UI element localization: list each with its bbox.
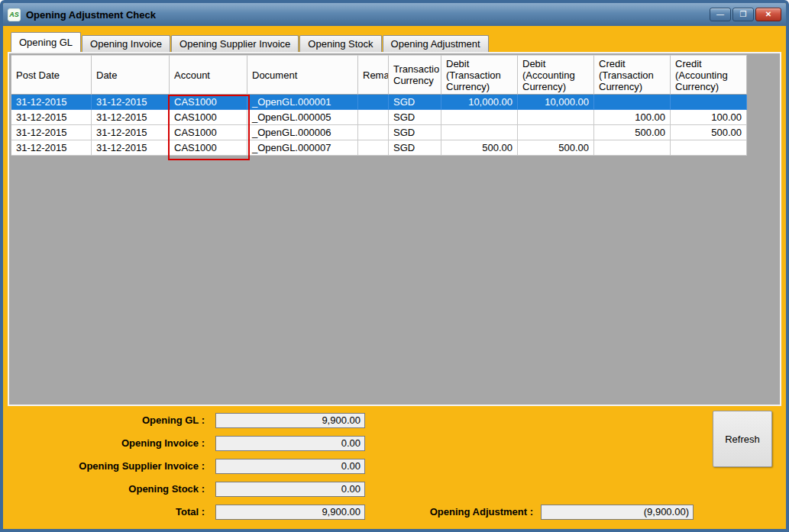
- table-cell: 31-12-2015: [11, 110, 92, 125]
- app-window: AS Opening Adjustment Check — ❐ ✕ Openin…: [0, 0, 789, 532]
- table-cell: [671, 140, 747, 156]
- titlebar[interactable]: AS Opening Adjustment Check — ❐ ✕: [3, 3, 786, 26]
- table-cell: 31-12-2015: [11, 140, 92, 156]
- summary-label: Opening Invoice :: [3, 436, 205, 451]
- column-header[interactable]: Debit (Accounting Currency): [518, 55, 594, 95]
- table-cell: [594, 140, 671, 156]
- table-cell: [518, 125, 594, 140]
- table-cell: 100.00: [594, 110, 671, 125]
- table-cell: SGD: [389, 125, 441, 140]
- summary-label: Total :: [3, 505, 205, 520]
- table-cell: 100.00: [671, 110, 747, 125]
- close-icon[interactable]: ✕: [755, 8, 781, 21]
- client-area: Opening GLOpening InvoiceOpening Supplie…: [3, 32, 786, 532]
- summary-field[interactable]: 0.00: [215, 482, 365, 497]
- window-controls: — ❐ ✕: [708, 8, 781, 21]
- table-cell: _OpenGL.000001: [247, 95, 358, 110]
- column-header[interactable]: Credit (Accounting Currency): [671, 55, 747, 95]
- summary-field[interactable]: 0.00: [215, 436, 365, 451]
- summary-section: Opening GL :9,900.00Opening Invoice :0.0…: [3, 406, 786, 527]
- tab-opening-gl[interactable]: Opening GL: [11, 32, 81, 52]
- column-header[interactable]: Post Date: [11, 55, 92, 95]
- table-row[interactable]: 31-12-201531-12-2015CAS1000_OpenGL.00000…: [11, 110, 747, 125]
- table-cell: CAS1000: [170, 125, 247, 140]
- app-logo-icon: AS: [8, 8, 21, 21]
- summary-label: Opening Supplier Invoice :: [3, 459, 205, 474]
- opening-adjustment-label: Opening Adjustment :: [331, 505, 533, 520]
- grid-body: 31-12-201531-12-2015CAS1000_OpenGL.00000…: [11, 95, 747, 156]
- table-cell: [594, 95, 671, 110]
- table-panel: Post DateDateAccountDocumentRemaTransact…: [8, 52, 781, 406]
- column-header[interactable]: Rema: [358, 55, 389, 95]
- table-cell: 500.00: [441, 140, 518, 156]
- table-cell: 31-12-2015: [11, 95, 92, 110]
- table-row[interactable]: 31-12-201531-12-2015CAS1000_OpenGL.00000…: [11, 125, 747, 140]
- column-header[interactable]: Account: [170, 55, 247, 95]
- table-cell: SGD: [389, 140, 441, 156]
- table-cell: [358, 110, 389, 125]
- table-cell: [358, 140, 389, 156]
- table-cell: 500.00: [518, 140, 594, 156]
- column-header[interactable]: Debit (Transaction Currency): [441, 55, 518, 95]
- data-grid: Post DateDateAccountDocumentRemaTransact…: [11, 55, 747, 156]
- summary-field[interactable]: 9,900.00: [215, 413, 365, 428]
- table-cell: 10,000.00: [441, 95, 518, 110]
- tab-opening-adjustment[interactable]: Opening Adjustment: [383, 35, 489, 52]
- column-header[interactable]: Credit (Transaction Currency): [594, 55, 671, 95]
- column-header[interactable]: Transactio Currency: [389, 55, 441, 95]
- summary-label: Opening GL :: [3, 413, 205, 428]
- table-cell: 500.00: [594, 125, 671, 140]
- opening-adjustment-field[interactable]: (9,900.00): [541, 505, 694, 520]
- summary-label: Opening Stock :: [3, 482, 205, 497]
- table-cell: 31-12-2015: [11, 125, 92, 140]
- table-cell: [358, 125, 389, 140]
- table-cell: CAS1000: [170, 140, 247, 156]
- tab-opening-supplier-invoice[interactable]: Opening Supplier Invoice: [171, 35, 299, 52]
- table-row[interactable]: 31-12-201531-12-2015CAS1000_OpenGL.00000…: [11, 140, 747, 156]
- maximize-icon[interactable]: ❐: [732, 8, 754, 21]
- window-title: Opening Adjustment Check: [26, 9, 156, 21]
- grid-header: Post DateDateAccountDocumentRemaTransact…: [11, 55, 747, 95]
- table-cell: [358, 95, 389, 110]
- table-cell: [441, 110, 518, 125]
- table-row[interactable]: 31-12-201531-12-2015CAS1000_OpenGL.00000…: [11, 95, 747, 110]
- tab-opening-stock[interactable]: Opening Stock: [299, 35, 381, 52]
- table-cell: _OpenGL.000006: [247, 125, 358, 140]
- refresh-button[interactable]: Refresh: [713, 411, 772, 467]
- table-cell: SGD: [389, 95, 441, 110]
- table-cell: 31-12-2015: [92, 140, 170, 156]
- table-cell: 500.00: [671, 125, 747, 140]
- table-cell: 31-12-2015: [92, 110, 170, 125]
- table-cell: [441, 125, 518, 140]
- table-cell: 10,000.00: [518, 95, 594, 110]
- minimize-icon[interactable]: —: [710, 8, 731, 21]
- column-header[interactable]: Date: [92, 55, 170, 95]
- table-cell: CAS1000: [170, 95, 247, 110]
- table-cell: CAS1000: [170, 110, 247, 125]
- table-cell: [518, 110, 594, 125]
- table-cell: [671, 95, 747, 110]
- summary-field[interactable]: 0.00: [215, 459, 365, 474]
- table-cell: 31-12-2015: [92, 125, 170, 140]
- table-cell: _OpenGL.000007: [247, 140, 358, 156]
- table-cell: 31-12-2015: [92, 95, 170, 110]
- table-cell: _OpenGL.000005: [247, 110, 358, 125]
- tab-strip: Opening GLOpening InvoiceOpening Supplie…: [11, 32, 786, 52]
- column-header[interactable]: Document: [247, 55, 358, 95]
- table-cell: SGD: [389, 110, 441, 125]
- tab-opening-invoice[interactable]: Opening Invoice: [82, 35, 170, 52]
